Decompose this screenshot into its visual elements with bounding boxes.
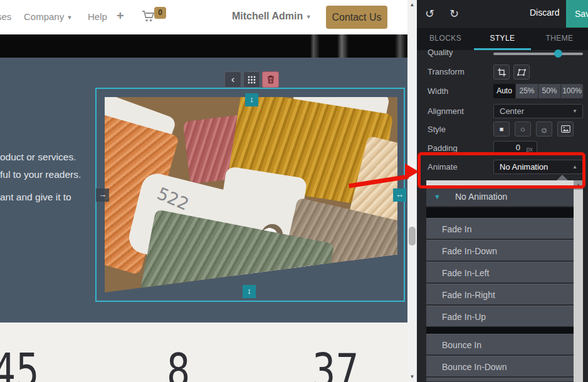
crop-icon [498,68,506,76]
padding-label: Padding [428,143,458,153]
redo-icon[interactable]: ↻ [449,7,459,21]
contact-us-button[interactable]: Contact Us [326,6,387,29]
trash-icon [267,75,275,84]
arrow-vertical-icon: ↕ [247,286,251,296]
chevron-down-icon: ▼ [572,105,577,118]
square-icon: ■ [500,125,504,133]
width-option-100[interactable]: 100% [561,84,583,98]
user-menu[interactable]: Mitchell Admin ▼ [232,11,312,22]
resize-bottom-handle[interactable]: ↕ [243,285,256,298]
quality-slider-handle[interactable] [554,49,562,58]
circle-icon: ○ [520,125,525,134]
paragraph-line: ant and give it to [0,192,71,203]
shadow-button[interactable]: ☼ [536,121,552,137]
animation-dropdown-menu: ▼ No Animation Fade In Fade In-Down Fade… [426,180,583,382]
undo-icon[interactable]: ↺ [425,7,434,21]
drag-handle-button[interactable] [243,71,260,88]
nav-item-help[interactable]: Help [88,11,107,22]
tab-style[interactable]: STYLE [474,28,531,50]
transform-label: Transform [428,67,465,76]
width-option-50[interactable]: 50% [538,84,561,98]
content-scrollbar[interactable]: ▲ ▼ [407,0,417,382]
alignment-label: Alignment [428,106,464,116]
arrow-right-icon: → [98,190,107,199]
delete-block-button[interactable] [262,71,279,88]
menu-group-separator [426,327,574,334]
shape-circle-button[interactable]: ○ [515,121,531,137]
menu-item-bounce-in-down[interactable]: Bounce In-Down [426,356,574,377]
editor-tabs: BLOCKS STYLE THEME [417,28,588,50]
quality-row: Quality [417,48,588,61]
selected-caret-icon: ▼ [434,186,441,207]
resize-right-handle[interactable]: ↔ [393,188,406,202]
menu-item-no-animation[interactable]: ▼ No Animation [426,185,574,207]
website-preview: rses Company ▼ Help + 0 Mitchell Admin ▼… [0,0,407,382]
shadow-icon: ☼ [540,124,549,135]
chevron-down-icon: ▼ [66,14,72,21]
width-options: Auto 25% 50% 100% [493,84,583,98]
menu-item-bounce-in[interactable]: Bounce In [426,334,574,355]
tab-theme[interactable]: THEME [531,28,588,50]
scroll-up-icon[interactable]: ▲ [407,1,417,9]
nav-item-company[interactable]: Company ▼ [24,11,72,22]
menu-item-fade-in[interactable]: Fade In [426,218,574,239]
image-selection-toolbar: ‹ [224,71,279,88]
alignment-row: Alignment Center ▼ [417,104,588,118]
menu-item-fade-in-left[interactable]: Fade In-Left [426,262,574,283]
transform-button[interactable] [513,65,530,80]
save-button[interactable]: Save [566,0,588,28]
style-label: Style [428,125,446,134]
grid-dots-icon [248,76,256,84]
width-label: Width [428,86,448,96]
nav-item-courses[interactable]: rses [0,11,11,22]
counter-value: 8 [167,348,190,382]
thread-number-label: 522 [154,183,192,214]
highlight-arrow-head [405,163,419,180]
arrow-vertical-icon: ↕ [249,95,254,104]
new-content-plus-icon[interactable]: + [117,9,124,23]
shape-square-button[interactable]: ■ [493,121,510,137]
scrollbar-thumb[interactable] [409,227,416,245]
discard-button[interactable]: Discard [530,8,559,18]
highlight-rectangle [417,152,585,188]
menu-item-partial[interactable] [426,378,574,382]
width-option-25[interactable]: 25% [516,84,538,98]
width-option-auto[interactable]: Auto [493,84,516,98]
hero-dark-banner [0,34,407,58]
menu-item-fade-in-down[interactable]: Fade In-Down [426,240,574,261]
counter-value: 37 [312,348,359,382]
chevron-down-icon: ▼ [306,14,312,20]
quality-label: Quality [428,48,453,57]
menu-item-fade-in-right[interactable]: Fade In-Right [426,284,574,305]
arrow-horizontal-icon: ↔ [396,190,404,199]
alignment-select[interactable]: Center ▼ [493,104,583,118]
menu-group-separator [426,207,574,218]
quality-slider[interactable] [493,53,583,55]
menu-scrollbar[interactable]: ▲ [574,180,583,382]
extend-left-handle[interactable]: → [96,188,109,202]
paragraph-line: ful to your readers. [0,169,81,180]
transform-icon [517,68,527,76]
select-parent-button[interactable]: ‹ [224,71,241,88]
thumbnail-button[interactable] [557,121,574,137]
menu-item-fade-in-up[interactable]: Fade In-Up [426,306,574,327]
cart-icon[interactable] [142,10,155,25]
editor-top-bar: ↺ ↻ Discard Save [417,0,588,28]
resize-top-handle[interactable]: ↕ [245,93,258,106]
chevron-left-icon: ‹ [231,75,235,84]
counters-section: 45 8 37 [0,323,407,382]
crop-button[interactable] [493,65,510,80]
site-top-nav: rses Company ▼ Help + 0 Mitchell Admin ▼… [0,0,407,34]
counter-value: 45 [0,348,39,382]
paragraph-line: oduct or services. [0,152,76,163]
cart-count-badge: 0 [154,7,166,19]
scroll-down-icon[interactable]: ▼ [407,373,417,381]
image-icon [561,125,570,133]
tab-blocks[interactable]: BLOCKS [417,28,474,50]
